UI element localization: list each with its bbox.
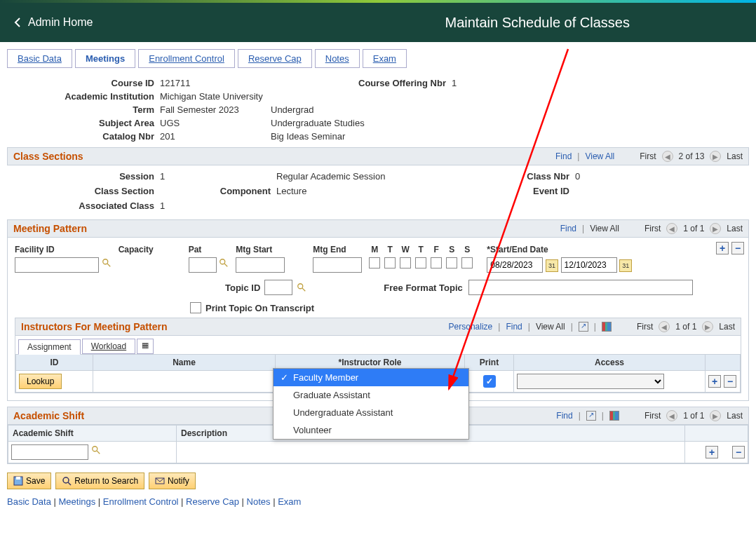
cs-find[interactable]: Find [555,151,572,161]
notify-button[interactable]: Notify [149,473,196,489]
svg-line-4 [224,264,227,266]
inst-find[interactable]: Find [506,322,522,332]
mp-delete-row[interactable]: − [731,242,744,254]
subject-desc: Undergraduate Studies [271,118,446,128]
role-opt-undergrad[interactable]: Undergraduate Assistant [274,404,468,421]
download-icon[interactable] [609,411,619,421]
subtab-workload[interactable]: Workload [82,339,135,354]
tab-notes[interactable]: Notes [315,49,360,68]
mp-add-row[interactable]: + [716,242,729,254]
mp-prev-icon[interactable]: ◀ [666,223,677,234]
day-s2-check[interactable] [461,257,473,268]
mp-next-icon[interactable]: ▶ [710,223,721,234]
pat-label: Pat [189,245,229,254]
tab-enrollment-control[interactable]: Enrollment Control [138,49,235,68]
end-date-input[interactable] [561,257,617,273]
col-shift: Academic Shift [8,426,177,442]
bl-reserve-cap[interactable]: Reserve Cap [186,496,239,507]
back-button[interactable]: Admin Home [13,16,93,29]
inst-prev-icon[interactable]: ◀ [659,321,670,332]
tab-exam[interactable]: Exam [363,49,407,68]
calendar-icon[interactable]: 31 [546,259,558,272]
instructor-role-dropdown[interactable]: Faculty Member Graduate Assistant Underg… [273,368,469,440]
print-topic-check[interactable] [190,302,201,313]
instructor-subtabs: Assignment Workload ▦ [15,336,741,354]
topic-id-input[interactable] [264,280,292,295]
col-id: ID [16,355,93,371]
download-icon[interactable] [602,322,612,332]
show-all-cols-icon[interactable]: ▦ [137,339,154,354]
as-prev-icon[interactable]: ◀ [666,410,677,421]
cs-view-all[interactable]: View All [585,151,614,161]
as-next-icon[interactable]: ▶ [710,410,721,421]
mp-first[interactable]: First [644,224,661,233]
lookup-icon[interactable] [219,258,229,268]
role-opt-volunteer[interactable]: Volunteer [274,421,468,439]
calendar-icon[interactable]: 31 [619,259,632,272]
free-format-input[interactable] [468,280,693,295]
zoom-icon[interactable] [586,411,596,421]
day-t1-check[interactable] [384,257,396,268]
mp-find[interactable]: Find [560,224,576,233]
course-offering-nbr-label: Course Offering Nbr [271,78,446,88]
bl-meetings[interactable]: Meetings [58,496,95,507]
tab-reserve-cap[interactable]: Reserve Cap [238,49,312,68]
role-opt-faculty[interactable]: Faculty Member [274,369,468,386]
start-end-label: *Start/End Date [487,245,632,254]
bl-enrollment[interactable]: Enrollment Control [103,496,179,507]
inst-next-icon[interactable]: ▶ [702,321,713,332]
cs-counter: 2 of 13 [679,151,705,161]
inst-add-row[interactable]: + [708,375,721,388]
day-s1-check[interactable] [446,257,457,268]
lookup-button[interactable]: Lookup [19,374,62,389]
chevron-left-icon [13,17,24,28]
lookup-icon[interactable] [102,258,112,268]
facility-id-input[interactable] [15,257,99,273]
cs-last[interactable]: Last [727,151,743,161]
role-opt-grad[interactable]: Graduate Assistant [274,386,468,404]
access-select[interactable] [517,374,664,389]
catalog-nbr-value: 201 [160,131,265,142]
cs-first[interactable]: First [640,151,656,161]
day-m-check[interactable] [369,257,380,268]
tab-basic-data[interactable]: Basic Data [7,49,72,68]
save-button[interactable]: Save [7,473,51,489]
tab-meetings[interactable]: Meetings [75,49,135,68]
bl-notes[interactable]: Notes [247,496,271,507]
as-add-row[interactable]: + [706,446,718,458]
subtab-assignment[interactable]: Assignment [18,339,81,355]
day-w-check[interactable] [400,257,411,268]
day-t2-check[interactable] [415,257,426,268]
pat-input[interactable] [189,257,217,273]
inst-first[interactable]: First [637,322,653,332]
mp-last[interactable]: Last [727,224,743,233]
inst-view-all[interactable]: View All [536,322,565,332]
as-last[interactable]: Last [727,411,743,421]
return-button[interactable]: Return to Search [55,473,144,489]
as-find[interactable]: Find [556,411,572,421]
bl-basic-data[interactable]: Basic Data [7,496,51,507]
subject-area-label: Subject Area [7,118,154,128]
inst-personalize[interactable]: Personalize [449,322,493,332]
as-first[interactable]: First [644,411,661,421]
print-checkbox[interactable]: ✓ [483,375,496,388]
mtg-start-label: Mtg Start [236,245,285,254]
session-desc: Regular Academic Session [276,171,487,182]
catalog-desc: Big Ideas Seminar [271,131,446,142]
bl-exam[interactable]: Exam [278,496,301,507]
start-date-input[interactable] [487,257,543,273]
lookup-icon[interactable] [91,445,101,455]
mtg-end-input[interactable] [313,257,362,273]
inst-delete-row[interactable]: − [724,375,736,388]
mtg-start-input[interactable] [236,257,285,273]
lookup-icon[interactable] [297,283,306,292]
svg-rect-10 [16,477,20,480]
zoom-icon[interactable] [579,322,588,332]
shift-input[interactable] [11,444,88,460]
component-label: Component [194,186,271,196]
as-delete-row[interactable]: − [732,446,745,458]
cs-next-icon[interactable]: ▶ [710,151,721,162]
inst-last[interactable]: Last [719,322,735,332]
day-f-check[interactable] [431,257,442,268]
cs-prev-icon[interactable]: ◀ [662,151,673,162]
